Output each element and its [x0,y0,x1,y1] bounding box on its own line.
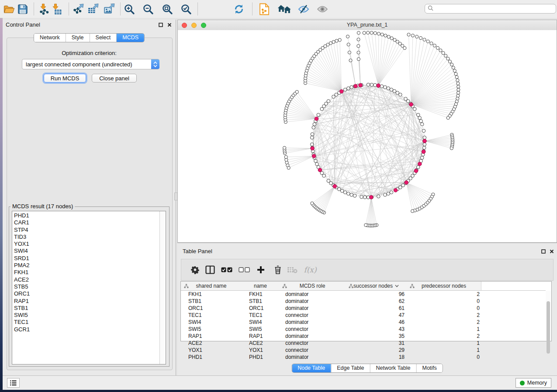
memory-button[interactable]: Memory [515,378,551,388]
table-cell[interactable]: YOX1 [249,347,263,354]
network-node[interactable] [350,86,353,89]
network-graph[interactable] [178,30,557,242]
close-icon[interactable] [549,249,554,254]
network-node[interactable] [430,42,433,45]
network-node[interactable] [347,192,350,196]
column-header-MCDS-role[interactable]: MCDS role [279,282,346,291]
tab-mcds[interactable]: MCDS [116,34,144,42]
network-node[interactable] [370,31,373,34]
table-cell[interactable]: 31 [370,340,405,347]
task-list-button[interactable] [7,378,20,388]
network-node[interactable] [446,116,450,119]
network-node[interactable] [450,147,453,150]
network-node[interactable] [350,193,353,196]
network-node[interactable] [436,46,439,49]
table-cell[interactable]: connector [285,326,308,333]
network-hub-node[interactable] [405,181,408,185]
network-hub-node[interactable] [311,147,315,151]
table-cell[interactable]: ORC1 [249,305,263,312]
network-node[interactable] [360,195,363,199]
table-cell[interactable]: 1 [445,347,480,354]
tab-network-table[interactable]: Network Table [370,364,416,372]
mcds-result-item[interactable]: STB5 [12,283,159,290]
network-node[interactable] [457,91,460,94]
table-cell[interactable]: PHD1 [188,354,202,361]
table-cell[interactable]: 0 [445,354,480,361]
network-node[interactable] [353,194,356,198]
network-node[interactable] [313,123,316,126]
network-document-icon[interactable] [257,2,271,16]
network-node[interactable] [433,44,436,47]
table-cell[interactable]: STB1 [188,298,201,305]
import-table-icon[interactable] [49,2,63,16]
table-cell[interactable]: STB1 [249,298,262,305]
network-node[interactable] [283,146,286,149]
network-node[interactable] [415,35,419,38]
network-hub-node[interactable] [409,103,413,107]
network-node[interactable] [387,87,390,90]
network-hub-node[interactable] [315,117,318,121]
network-node[interactable] [419,37,422,40]
mcds-result-item[interactable]: SWI4 [12,248,159,254]
split-columns-icon[interactable] [204,264,216,276]
tab-edge-table[interactable]: Edge Table [331,364,370,372]
network-canvas[interactable] [178,30,557,242]
column-header-successor-nodes[interactable]: successor nodes [346,282,407,291]
network-hub-node[interactable] [422,150,426,154]
network-node[interactable] [418,116,422,120]
network-node[interactable] [315,162,319,166]
table-cell[interactable]: 29 [370,347,405,354]
save-session-icon[interactable] [16,2,30,16]
table-cell[interactable]: connector [285,312,308,319]
tab-node-table[interactable]: Node Table [292,364,331,372]
node-table[interactable]: shared namenameMCDS rolesuccessor nodesp… [180,281,552,341]
table-cell[interactable]: 18 [370,354,405,361]
network-hub-node[interactable] [418,162,422,166]
network-node[interactable] [367,83,370,86]
network-node[interactable] [343,191,347,194]
home-icon[interactable] [277,2,291,16]
network-node[interactable] [448,60,451,63]
table-cell[interactable]: 1 [445,340,480,347]
network-hub-node[interactable] [333,184,337,188]
network-node[interactable] [310,136,314,139]
network-node[interactable] [411,34,414,37]
table-cell[interactable]: 62 [370,298,405,305]
network-node[interactable] [423,136,426,139]
network-node[interactable] [311,133,314,136]
network-node[interactable] [442,52,445,55]
network-node[interactable] [457,88,460,91]
network-node[interactable] [357,58,360,61]
mcds-list-scrollbar[interactable] [159,211,166,364]
network-hub-node[interactable] [423,139,427,143]
network-hub-node[interactable] [359,83,363,87]
network-node[interactable] [387,35,390,38]
network-hub-node[interactable] [318,168,322,172]
mcds-result-item[interactable]: PHD1 [12,212,159,219]
network-node[interactable] [327,179,330,182]
network-node[interactable] [310,143,314,146]
network-node[interactable] [387,192,390,196]
network-hub-node[interactable] [394,189,398,193]
network-node[interactable] [399,93,402,96]
table-cell[interactable]: dominator [285,333,308,340]
network-node[interactable] [453,69,456,72]
table-cell[interactable]: SWI4 [188,319,201,326]
table-cell[interactable]: RAP1 [249,333,263,340]
mcds-result-list[interactable]: PHD1CAR1STP4TID3YOX1SWI4SRD1PMA2FKH1ACE2… [12,211,166,364]
network-node[interactable] [347,43,350,46]
table-cell[interactable]: RAP1 [188,333,202,340]
close-icon[interactable] [167,22,172,28]
export-image-icon[interactable] [102,2,116,16]
network-node[interactable] [363,196,367,199]
network-node[interactable] [384,86,387,89]
network-node[interactable] [343,88,347,92]
table-cell[interactable]: SWI5 [188,326,201,333]
network-node[interactable] [444,54,447,57]
network-node[interactable] [329,41,332,45]
network-node[interactable] [377,195,381,198]
network-hub-node[interactable] [414,169,418,173]
table-cell[interactable]: FKH1 [188,291,202,298]
network-hub-node[interactable] [354,84,358,88]
criterion-select[interactable]: largest connected component (undirected) [22,59,159,69]
